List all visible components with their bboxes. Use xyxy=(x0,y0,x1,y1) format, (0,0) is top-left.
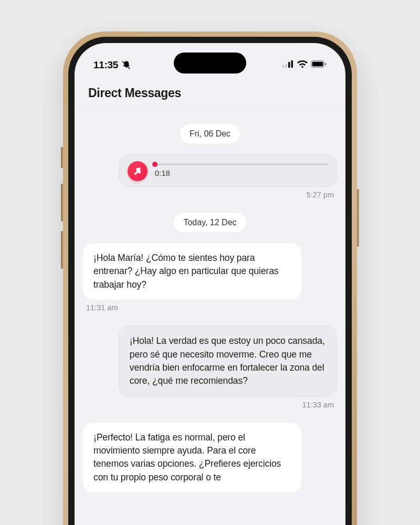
signal-icon xyxy=(282,60,294,70)
phone-frame: 11:35 xyxy=(63,32,357,525)
side-button xyxy=(61,147,64,168)
svg-rect-6 xyxy=(325,62,326,65)
chat-header: Direct Messages xyxy=(75,79,345,110)
date-pill: Today, 12 Dec xyxy=(174,213,246,233)
phone-body: 11:35 xyxy=(68,37,352,525)
chat-area[interactable]: Fri, 06 Dec xyxy=(75,110,345,525)
battery-icon xyxy=(311,60,327,70)
status-right xyxy=(282,60,327,70)
svg-rect-0 xyxy=(282,65,285,68)
message-bubble-outgoing[interactable]: ¡Hola! La verdad es que estoy un poco ca… xyxy=(119,326,337,397)
svg-rect-3 xyxy=(291,60,293,68)
side-button xyxy=(356,189,359,247)
message-bubble-incoming[interactable]: ¡Perfecto! La fatiga es normal, pero el … xyxy=(83,423,301,493)
message-timestamp: 11:31 am xyxy=(83,303,118,312)
message-group: ¡Hola María! ¿Cómo te sientes hoy para e… xyxy=(83,243,337,312)
svg-rect-1 xyxy=(286,64,288,68)
message-group: ¡Perfecto! La fatiga es normal, pero el … xyxy=(83,423,337,493)
svg-point-7 xyxy=(134,172,137,175)
date-separator: Fri, 06 Dec xyxy=(83,124,337,144)
message-timestamp: 5:27 pm xyxy=(307,191,337,199)
audio-progress-handle[interactable] xyxy=(152,162,158,167)
side-button xyxy=(61,231,64,269)
date-pill: Fri, 06 Dec xyxy=(180,124,240,144)
screen: 11:35 xyxy=(75,43,345,525)
dynamic-island xyxy=(174,52,246,74)
status-time: 11:35 xyxy=(93,59,118,71)
svg-point-8 xyxy=(138,171,141,174)
audio-progress-track[interactable] xyxy=(155,163,328,165)
audio-track-container: 0:18 xyxy=(155,161,328,177)
side-button xyxy=(61,184,64,222)
wifi-icon xyxy=(297,60,308,70)
music-note-icon[interactable] xyxy=(128,161,148,181)
audio-duration: 0:18 xyxy=(155,169,328,177)
status-left: 11:35 xyxy=(93,59,131,71)
date-separator: Today, 12 Dec xyxy=(83,213,337,233)
message-timestamp: 11:33 am xyxy=(302,401,337,409)
svg-rect-2 xyxy=(288,62,290,68)
message-bubble-incoming[interactable]: ¡Hola María! ¿Cómo te sientes hoy para e… xyxy=(83,243,301,300)
audio-message[interactable]: 0:18 xyxy=(119,154,337,187)
message-group: 0:18 5:27 pm xyxy=(83,154,337,199)
svg-rect-5 xyxy=(312,61,323,66)
page-title: Direct Messages xyxy=(88,86,332,100)
message-group: ¡Hola! La verdad es que estoy un poco ca… xyxy=(83,326,337,409)
bell-silent-icon xyxy=(121,60,131,70)
